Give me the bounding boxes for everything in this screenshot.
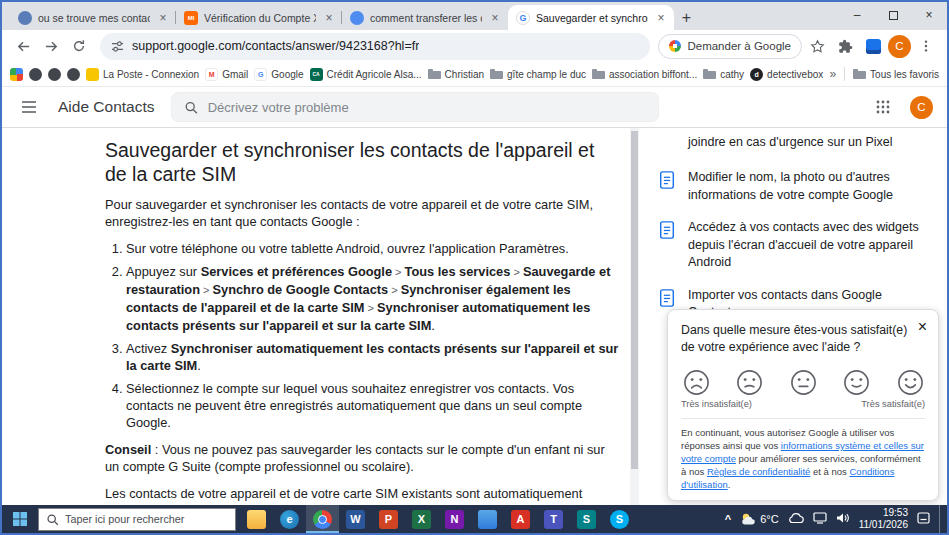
maximize-button[interactable]	[875, 2, 911, 28]
bookmark-christian[interactable]: Christian	[428, 68, 484, 81]
related-article-title: Modifier le nom, la photo ou d'autres in…	[688, 169, 932, 204]
face-neutral-button[interactable]	[789, 368, 817, 396]
bookmark-label: Gmail	[222, 69, 248, 80]
new-tab-button[interactable]: +	[674, 5, 699, 30]
article-doc-icon	[658, 219, 676, 239]
tab-close-icon[interactable]: ×	[322, 11, 336, 25]
tab-close-icon[interactable]: ×	[488, 11, 502, 25]
scrollbar-thumb[interactable]	[631, 131, 638, 469]
bookmark-label: Google	[271, 69, 303, 80]
close-window-button[interactable]: ×	[911, 2, 947, 28]
account-avatar[interactable]: C	[910, 96, 933, 119]
help-brand[interactable]: Aide Contacts	[58, 98, 155, 116]
taskbar-search[interactable]: Taper ici pour rechercher	[38, 508, 236, 531]
help-search-field[interactable]	[171, 92, 659, 122]
bookmark-all-favorites[interactable]: Tous les favoris	[853, 68, 939, 81]
privacy-policy-link[interactable]: Règles de confidentialité	[707, 466, 811, 477]
content-scrollbar[interactable]	[630, 128, 639, 505]
face-satisfied-button[interactable]	[843, 368, 871, 396]
face-very-dissatisfied-button[interactable]	[682, 368, 710, 396]
help-search-input[interactable]	[208, 100, 646, 115]
taskbar-app-display[interactable]	[471, 505, 504, 533]
taskbar-app-sharepoint[interactable]: S	[570, 505, 603, 533]
bookmark-association-biffont[interactable]: association biffont...	[592, 68, 697, 81]
bookmark-gmail[interactable]: MGmail	[205, 68, 248, 81]
taskbar-app-onenote[interactable]: N	[438, 505, 471, 533]
related-article-2[interactable]: Accédez à vos contacts avec des widgets …	[658, 219, 932, 272]
taskbar-app-word[interactable]: W	[339, 505, 372, 533]
face-dissatisfied-button[interactable]	[736, 368, 764, 396]
bookmark-site-3[interactable]	[67, 68, 80, 81]
bookmark-apps-grid[interactable]	[10, 68, 23, 81]
taskbar-app-skype[interactable]: S	[603, 505, 636, 533]
tab-1[interactable]: ou se trouve mes contact sur m ×	[10, 5, 176, 30]
bookmark-la-poste[interactable]: La Poste - Connexion	[86, 68, 199, 81]
bookmark-google[interactable]: GGoogle	[254, 68, 303, 81]
bookmark-gite-champ-le-duc[interactable]: gîte champ le duc	[490, 68, 586, 81]
teams-icon: T	[544, 510, 563, 529]
related-articles: joindre en cas d'urgence sur un Pixel Mo…	[658, 128, 932, 337]
close-icon[interactable]: ×	[918, 319, 927, 335]
bookmark-label: Christian	[445, 69, 484, 80]
system-info-link[interactable]: informations système et celles sur votre…	[681, 440, 924, 464]
taskbar-app-excel[interactable]: X	[405, 505, 438, 533]
taskbar-app-file-explorer[interactable]	[240, 505, 273, 533]
tab-3[interactable]: comment transferer les contact ×	[342, 5, 508, 30]
volume-icon[interactable]	[836, 512, 850, 526]
tab-close-icon[interactable]: ×	[156, 11, 170, 25]
taskbar-app-chrome[interactable]	[306, 505, 339, 533]
help-header-right: C	[870, 94, 933, 120]
bookmark-credit-agricole[interactable]: CACrédit Agricole Alsa...	[310, 68, 422, 81]
ask-google-label: Demander à Google	[687, 40, 791, 52]
tab-2[interactable]: MI Vérification du Compte Xiaomi ×	[176, 5, 342, 30]
network-icon[interactable]	[813, 512, 827, 526]
related-article-partial[interactable]: joindre en cas d'urgence sur un Pixel	[688, 134, 932, 151]
minimize-button[interactable]: –	[839, 2, 875, 28]
tab-1-favicon	[18, 11, 32, 25]
back-button[interactable]	[10, 33, 36, 59]
google-apps-button[interactable]	[870, 94, 896, 120]
menu-button[interactable]	[913, 33, 939, 59]
bookmark-cathy[interactable]: cathy	[703, 68, 744, 81]
extensions-button[interactable]	[832, 33, 858, 59]
bookmark-star-button[interactable]	[804, 33, 830, 59]
tab-close-icon[interactable]: ×	[654, 11, 668, 25]
article-intro: Pour sauvegarder et synchroniser les con…	[105, 196, 620, 230]
show-desktop-button[interactable]	[939, 505, 943, 533]
page-content: Sauvegarder et synchroniser les contacts…	[2, 128, 947, 505]
powerpoint-icon: P	[379, 510, 398, 529]
action-center-icon[interactable]	[917, 512, 930, 526]
pinned-extension-button[interactable]	[860, 33, 886, 59]
taskbar-app-powerpoint[interactable]: P	[372, 505, 405, 533]
onedrive-icon[interactable]	[788, 512, 804, 526]
profile-avatar[interactable]: C	[888, 35, 911, 58]
chrome-window: ou se trouve mes contact sur m × MI Véri…	[0, 0, 949, 535]
bookmark-site-2[interactable]	[48, 68, 61, 81]
article-outro: Les contacts de votre appareil et de vot…	[105, 485, 620, 505]
weather-widget[interactable]: 6°C	[740, 512, 778, 526]
weather-icon	[740, 512, 756, 526]
face-very-satisfied-button[interactable]	[896, 368, 924, 396]
bookmarks-divider	[844, 67, 845, 81]
folder-icon	[853, 68, 866, 81]
excel-icon: X	[412, 510, 431, 529]
taskbar-app-edge[interactable]: e	[273, 505, 306, 533]
refresh-button[interactable]	[66, 33, 92, 59]
address-bar[interactable]: support.google.com/contacts/answer/94231…	[100, 33, 650, 60]
forward-button[interactable]	[38, 33, 64, 59]
tab-4-active[interactable]: G Sauvegarder et synchroniser le ×	[508, 5, 674, 30]
temperature: 6°C	[760, 513, 778, 525]
ask-google-chip[interactable]: Demander à Google	[658, 34, 802, 59]
bookmarks-overflow-chevron[interactable]: »	[829, 67, 836, 81]
related-article-1[interactable]: Modifier le nom, la photo ou d'autres in…	[658, 169, 932, 204]
bookmark-label: cathy	[720, 69, 744, 80]
hidden-icons-caret[interactable]: ^	[725, 513, 731, 525]
taskbar-app-teams[interactable]: T	[537, 505, 570, 533]
bookmark-detectivebox[interactable]: ddetectivebox	[750, 68, 823, 81]
tab-2-favicon: MI	[184, 11, 198, 25]
main-menu-button[interactable]	[16, 94, 42, 120]
bookmark-site-1[interactable]	[29, 68, 42, 81]
clock[interactable]: 19:53 11/01/2026	[859, 507, 908, 531]
taskbar-app-acrobat[interactable]: A	[504, 505, 537, 533]
start-button[interactable]	[2, 505, 38, 533]
